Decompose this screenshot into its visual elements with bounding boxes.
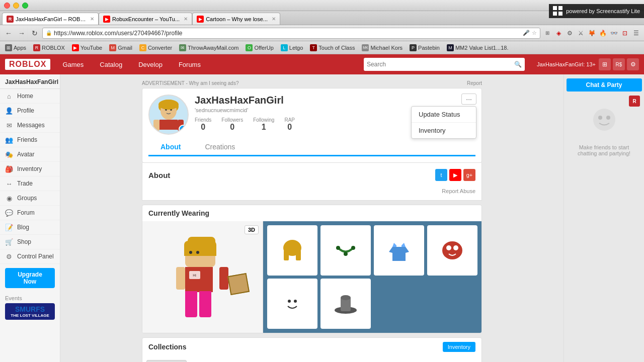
nav-icon-3[interactable]: ⚔ — [576, 28, 586, 38]
nav-icon-6[interactable]: 👓 — [609, 28, 619, 38]
tab-about[interactable]: About — [148, 139, 193, 156]
btn-3d[interactable]: 3D — [245, 225, 259, 234]
bookmark-mm2[interactable]: M MM2 Value List1...18. — [444, 43, 512, 52]
url-text: https://www.roblox.com/users/270494667/p… — [54, 30, 521, 37]
sidebar-item-forum[interactable]: 💬 Forum — [0, 206, 60, 220]
search-input[interactable] — [367, 61, 512, 68]
tab-cartoon[interactable]: ▶ Cartoon – Why we lose... ✕ — [192, 13, 280, 25]
tab-roblox-favicon: R — [7, 16, 14, 23]
sidebar-item-avatar[interactable]: 🎭 Avatar — [0, 147, 60, 162]
sidebar-item-groups[interactable]: ◉ Groups — [0, 191, 60, 206]
sidebar-item-blog[interactable]: 📝 Blog — [0, 220, 60, 235]
svg-marker-19 — [401, 243, 406, 247]
bookmark-mk-icon: MK — [362, 44, 369, 51]
social-icons: t ▶ g+ — [435, 169, 475, 181]
nav-icon-5[interactable]: 🔥 — [598, 28, 608, 38]
bookmark-throwaway[interactable]: ✉ ThrowAwayMail.com — [176, 43, 242, 52]
bookmark-roblox[interactable]: R ROBLOX — [30, 43, 68, 52]
report-abuse-link[interactable]: Report Abuse — [148, 185, 475, 194]
dropdown-update-status[interactable]: Update Status — [412, 107, 476, 123]
avatar-badge: 8 — [179, 125, 188, 134]
tab-youtube[interactable]: ▶ RobuxEncounter – YouTu... ✕ — [99, 13, 192, 25]
sidebar-item-profile[interactable]: 👤 Profile — [0, 104, 60, 118]
sidebar-item-friends[interactable]: 👥 Friends — [0, 133, 60, 147]
bookmark-mk[interactable]: MK Michael Kors — [359, 43, 406, 52]
nav-icon-red1[interactable]: ◈ — [553, 28, 564, 38]
forward-button[interactable]: → — [16, 28, 27, 39]
youtube-icon[interactable]: ▶ — [449, 169, 461, 181]
close-button[interactable] — [4, 3, 10, 9]
bookmark-letgo[interactable]: L Letgo — [278, 43, 306, 52]
nav-games[interactable]: Games — [58, 59, 88, 70]
sidebar-item-trade[interactable]: ↔ Trade — [0, 176, 60, 191]
nav-icon-7[interactable]: ⊡ — [620, 28, 630, 38]
star-icon[interactable]: ☆ — [532, 30, 537, 36]
bookmark-apps[interactable]: ⊞ Apps — [2, 43, 29, 52]
item-necklace[interactable] — [320, 225, 371, 276]
tab-youtube-close[interactable]: ✕ — [184, 16, 188, 22]
chat-party-button[interactable]: Chat & Party — [567, 78, 642, 92]
content-area: ADVERTISEMENT - Why am I seeing ads? Rep… — [60, 74, 564, 362]
item-hat[interactable] — [320, 279, 371, 329]
collections-title: Collections — [148, 343, 186, 351]
mic-icon: 🎤 — [523, 30, 530, 36]
nav-catalog[interactable]: Catalog — [96, 59, 126, 70]
item-shirt[interactable] — [374, 225, 424, 276]
hamburger-menu[interactable]: ☰ — [631, 28, 641, 38]
extensions-icon[interactable]: ⊞ — [542, 28, 552, 38]
shop-icon: 🛒 — [5, 238, 13, 246]
bookmark-mm2-icon: M — [447, 44, 454, 51]
sidebar-item-controlpanel[interactable]: ⚙ Control Panel — [0, 249, 60, 264]
robux-icon[interactable]: R$ — [613, 58, 625, 70]
nav-develop[interactable]: Develop — [134, 59, 167, 70]
reload-button[interactable]: ↻ — [29, 28, 40, 39]
roblox-logo[interactable]: ROBLOX — [5, 59, 50, 70]
address-bar[interactable]: 🔒 https://www.roblox.com/users/270494667… — [42, 28, 540, 39]
nav-icon-2[interactable]: ⚙ — [565, 28, 575, 38]
bookmark-offerup[interactable]: O OfferUp — [243, 43, 276, 52]
maximize-button[interactable] — [22, 3, 28, 9]
roblox-extension-icon[interactable]: R — [629, 96, 640, 107]
tab-roblox[interactable]: R JaxHasHaxFanGirl – ROBL... ✕ — [2, 13, 99, 25]
settings-icon[interactable]: ⚙ — [627, 58, 639, 70]
tab-roblox-close[interactable]: ✕ — [90, 16, 94, 22]
nav-forums[interactable]: Forums — [175, 59, 205, 70]
trade-icon: ↔ — [5, 179, 13, 188]
back-button[interactable]: ← — [3, 28, 14, 39]
bookmark-toc[interactable]: T Touch of Class — [307, 43, 358, 52]
item-face[interactable] — [267, 279, 317, 329]
sidebar-item-home[interactable]: ⌂ Home — [0, 89, 60, 104]
nav-icon-4[interactable]: 🦊 — [587, 28, 597, 38]
sidebar-item-inventory[interactable]: 🎒 Inventory — [0, 162, 60, 176]
collections-inventory-button[interactable]: Inventory — [443, 342, 475, 352]
sidebar-item-shop[interactable]: 🛒 Shop — [0, 235, 60, 249]
item-hair[interactable] — [267, 225, 317, 276]
bookmark-gmail[interactable]: M Gmail — [106, 43, 135, 52]
sidebar-inventory-label: Inventory — [17, 165, 42, 172]
search-icon[interactable]: 🔍 — [514, 61, 522, 68]
screencastify-label: powered by Screencastify Lite — [566, 8, 640, 14]
svg-marker-17 — [406, 247, 409, 253]
collection-item[interactable] — [146, 360, 187, 362]
svg-point-29 — [593, 109, 615, 131]
dropdown-inventory[interactable]: Inventory — [412, 123, 476, 138]
bookmark-pastebin[interactable]: P Pastebin — [407, 43, 443, 52]
bookmark-youtube[interactable]: ▶ YouTube — [69, 43, 105, 52]
bookmark-apps-label: Apps — [14, 45, 26, 51]
tab-cartoon-close[interactable]: ✕ — [272, 16, 276, 22]
grid-icon[interactable]: ⊞ — [599, 58, 611, 70]
twitter-icon[interactable]: t — [435, 169, 447, 181]
profile-menu-button[interactable]: ··· — [461, 94, 476, 105]
report-link[interactable]: Report — [467, 80, 482, 86]
bookmark-converter[interactable]: C Converter — [136, 43, 175, 52]
upgrade-button[interactable]: Upgrade Now — [5, 268, 55, 288]
minimize-button[interactable] — [13, 3, 19, 9]
sidebar-item-messages[interactable]: ✉ Messages — [0, 118, 60, 133]
sidebar-avatar-label: Avatar — [17, 151, 34, 158]
forum-icon: 💬 — [5, 209, 13, 217]
smurfs-banner[interactable]: SMURFS THE LOST VILLAGE — [5, 303, 55, 320]
sidebar-profile-label: Profile — [17, 107, 34, 114]
item-mask[interactable] — [427, 225, 477, 276]
tab-creations[interactable]: Creations — [193, 139, 247, 156]
gplus-icon[interactable]: g+ — [463, 169, 475, 181]
